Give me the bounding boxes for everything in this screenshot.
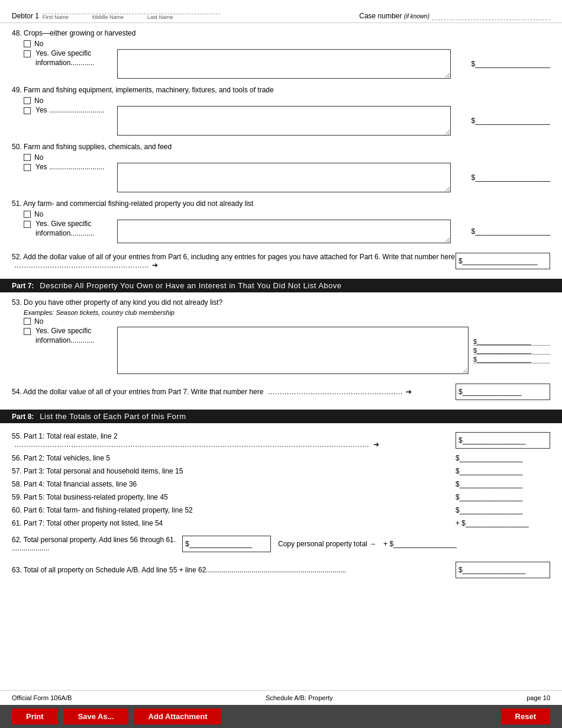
part8-totals: 55. Part 1: Total real estate, line 2 ………: [12, 429, 550, 581]
line-61-row: 61. Part 7: Total other property not lis…: [12, 517, 550, 530]
question-50: 50. Farm and fishing supplies, chemicals…: [12, 143, 550, 192]
question-48: 48. Crops—either growing or harvested No…: [12, 29, 550, 79]
q49-yes-row: Yes ............................ $______…: [24, 106, 550, 136]
q51-dollar: $___________________: [456, 227, 550, 236]
q51-no-checkbox[interactable]: [24, 211, 31, 218]
q53-no-checkbox[interactable]: [24, 318, 31, 325]
main-content: 48. Crops—either growing or harvested No…: [0, 23, 562, 690]
first-name-label: First Name: [43, 14, 69, 20]
q51-text-input[interactable]: [117, 220, 451, 243]
question-49: 49. Farm and fishing equipment, implemen…: [12, 86, 550, 136]
debtor-section: Debtor 1 First Name Middle Name Last Nam…: [12, 5, 220, 20]
part7-title: Describe All Property You Own or Have an…: [40, 281, 341, 290]
q48-dollar: $___________________: [456, 60, 550, 68]
q49-dollar: $___________________: [456, 117, 550, 125]
reset-button[interactable]: Reset: [501, 708, 550, 724]
name-sublabels: First Name Middle Name Last Name: [43, 14, 220, 20]
q50-yes-label: Yes ............................: [35, 163, 112, 172]
name-fields: First Name Middle Name Last Name: [43, 5, 220, 20]
q53-dollar3: $_______________: [473, 356, 550, 363]
line-61-dollar: + $________________: [456, 519, 550, 527]
question-52: 52. Add the dollar value of all of your …: [12, 250, 550, 272]
part7-tag: Part 7:: [12, 282, 34, 290]
q53-yes-checkbox[interactable]: [24, 328, 31, 335]
line-62-box: $________________: [182, 536, 271, 552]
add-attachment-button[interactable]: Add Attachment: [134, 708, 222, 724]
line-60-dollar: $________________: [456, 506, 550, 514]
part8-header: Part 8: List the Totals of Each Part of …: [0, 410, 562, 423]
q51-yes-label: Yes. Give specific information..........…: [35, 220, 112, 238]
q48-no-row: No: [24, 40, 550, 48]
footer-schedule: Schedule A/B: Property: [266, 694, 333, 701]
line-62-plus-dollar: + $________________: [383, 540, 457, 548]
q51-no-row: No: [24, 210, 550, 218]
q50-dollar: $___________________: [456, 173, 550, 182]
middle-name-label: Middle Name: [92, 14, 124, 20]
q53-no-label: No: [34, 317, 43, 326]
q48-yes-label: Yes. Give specific information..........…: [35, 49, 112, 67]
line-59-dollar: $________________: [456, 493, 550, 501]
q50-no-row: No: [24, 153, 550, 162]
line-57-dollar: $________________: [456, 467, 550, 475]
line-59-row: 59. Part 5: Total business-related prope…: [12, 491, 550, 504]
q52-row: 52. Add the dollar value of all of your …: [12, 250, 550, 272]
q51-yes-row: Yes. Give specific information..........…: [24, 220, 550, 243]
q48-no-label: No: [34, 40, 43, 48]
line-59-label: 59. Part 5: Total business-related prope…: [12, 493, 456, 501]
line-55-dollar: $________________: [456, 432, 550, 449]
line-58-label: 58. Part 4: Total financial assets, line…: [12, 480, 456, 488]
q48-text-input[interactable]: [117, 49, 451, 79]
q52-label: 52. Add the dollar value of all of your …: [12, 253, 456, 269]
line-62-label: 62. Total personal property. Add lines 5…: [12, 536, 177, 552]
line-62-copy-label: Copy personal property total →: [278, 540, 376, 548]
q49-no-checkbox[interactable]: [24, 97, 31, 104]
q48-yes-checkbox[interactable]: [24, 50, 31, 57]
footer-page: page 10: [527, 694, 550, 701]
line-56-label: 56. Part 2: Total vehicles, line 5: [12, 454, 456, 462]
q49-text-input[interactable]: [117, 106, 451, 136]
q52-dollar-box: $___________________: [456, 253, 550, 269]
part8-tag: Part 8:: [12, 413, 34, 421]
last-name-label: Last Name: [147, 14, 173, 20]
q49-no-row: No: [24, 96, 550, 105]
q53-dollar1: $_______________: [473, 338, 550, 346]
q53-text-input[interactable]: [117, 327, 469, 374]
q53-dollar2: $_______________: [473, 347, 550, 355]
q48-no-checkbox[interactable]: [24, 40, 31, 47]
button-bar: Print Save As... Add Attachment Reset: [0, 705, 562, 728]
line-56-row: 56. Part 2: Total vehicles, line 5 $____…: [12, 452, 550, 465]
q49-no-label: No: [34, 96, 43, 105]
line-57-label: 57. Part 3: Total personal and household…: [12, 467, 456, 475]
line-61-label: 61. Part 7: Total other property not lis…: [12, 519, 456, 527]
q48-title: 48. Crops—either growing or harvested: [12, 29, 550, 37]
line-60-label: 60. Part 6: Total farm- and fishing-rela…: [12, 506, 456, 514]
q53-yes-label: Yes. Give specific information..........…: [35, 327, 112, 345]
q48-yes-row: Yes. Give specific information..........…: [24, 49, 550, 79]
line-56-dollar: $________________: [456, 454, 550, 462]
q51-yes-checkbox[interactable]: [24, 221, 31, 228]
case-number-line: [432, 11, 550, 20]
line-63-box: $________________: [456, 562, 550, 578]
q51-no-label: No: [34, 210, 43, 218]
case-number-section: Case number (if known): [359, 11, 550, 20]
q53-no-row: No: [24, 317, 550, 326]
q50-no-label: No: [34, 153, 43, 162]
part7-header: Part 7: Describe All Property You Own or…: [0, 279, 562, 292]
q54-label: 54. Add the dollar value of all of your …: [12, 388, 456, 396]
debtor-label: Debtor 1: [12, 12, 39, 20]
q50-yes-checkbox[interactable]: [24, 164, 31, 171]
q51-title: 51. Any farm- and commercial fishing-rel…: [12, 199, 550, 208]
line-63-label: 63. Total of all property on Schedule A/…: [12, 566, 456, 574]
q53-examples: Examples: Season tickets, country club m…: [24, 309, 550, 316]
save-as-button[interactable]: Save As...: [64, 708, 128, 724]
print-button[interactable]: Print: [12, 708, 58, 724]
q50-text-input[interactable]: [117, 163, 451, 192]
q49-yes-checkbox[interactable]: [24, 107, 31, 114]
q50-title: 50. Farm and fishing supplies, chemicals…: [12, 143, 550, 151]
footer-official-form: Official Form 106A/B: [12, 694, 72, 701]
line-55-row: 55. Part 1: Total real estate, line 2 ………: [12, 429, 550, 452]
q53-dollar-stack: $_______________ $_______________ $_____…: [473, 338, 550, 363]
q53-title: 53. Do you have other property of any ki…: [12, 298, 550, 307]
header: Debtor 1 First Name Middle Name Last Nam…: [0, 0, 562, 23]
q50-no-checkbox[interactable]: [24, 154, 31, 161]
